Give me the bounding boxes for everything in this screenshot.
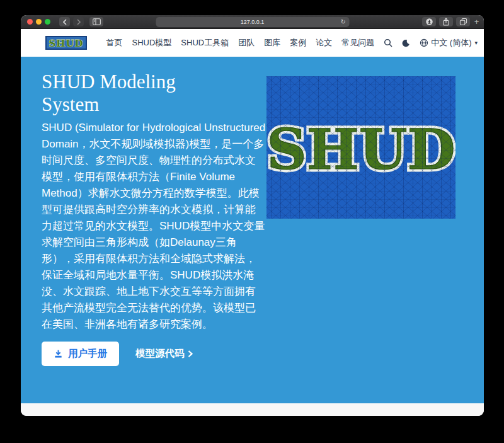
tabs-icon [459, 18, 467, 26]
dark-mode-toggle[interactable] [402, 39, 410, 47]
moon-icon [402, 39, 410, 47]
chevron-right-icon [188, 350, 193, 357]
search-icon [384, 38, 392, 47]
sidebar-icon [93, 18, 101, 25]
new-tab-button[interactable]: + [472, 17, 481, 26]
reload-icon[interactable]: ↻ [341, 17, 346, 27]
share-icon [442, 18, 450, 26]
download-icon [54, 349, 63, 359]
downloads-icon [425, 18, 433, 26]
page-title: SHUD Modeling System [42, 71, 237, 116]
sidebar-toggle-button[interactable] [89, 17, 103, 26]
hero-description: SHUD (Simulator for Hydrological Unstruc… [42, 120, 266, 333]
language-label: 中文 (简体) [431, 37, 471, 49]
source-code-link[interactable]: 模型源代码 [135, 347, 193, 360]
shud-logo[interactable]: SHUD [45, 36, 87, 50]
zoom-window-button[interactable] [45, 19, 50, 25]
forward-button[interactable] [73, 17, 84, 26]
nav-item-home[interactable]: 首页 [106, 37, 123, 49]
address-bar[interactable]: 127.0.0.1 ↻ [156, 17, 349, 27]
traffic-lights [27, 19, 50, 25]
chevron-down-icon: ▾ [474, 40, 478, 46]
shud-mesh-image: SHUD SHUD [266, 76, 455, 219]
language-selector[interactable]: 中文 (简体) ▾ [420, 37, 478, 49]
globe-icon [420, 38, 428, 47]
chevron-left-icon [62, 19, 67, 25]
nav-item-gallery[interactable]: 图库 [264, 37, 280, 49]
nav-item-cases[interactable]: 案例 [290, 37, 306, 49]
nav-item-toolbox[interactable]: SHUD工具箱 [181, 37, 229, 49]
browser-window: 127.0.0.1 ↻ + [21, 15, 484, 416]
nav-item-papers[interactable]: 论文 [316, 37, 332, 49]
nav-item-model[interactable]: SHUD模型 [132, 37, 172, 49]
share-button[interactable] [439, 17, 453, 26]
hero-actions: 用户手册 模型源代码 [42, 342, 266, 366]
minimize-window-button[interactable] [36, 19, 42, 25]
hero-text-column: SHUD Modeling System SHUD (Simulator for… [42, 71, 266, 366]
user-manual-label: 用户手册 [68, 347, 107, 360]
hero-section: SHUD Modeling System SHUD (Simulator for… [21, 57, 484, 403]
titlebar-right-buttons: + [422, 17, 481, 26]
nav-links: 首页 SHUD模型 SHUD工具箱 团队 图库 案例 论文 常见问题 [106, 37, 478, 49]
next-section-strip [21, 403, 484, 416]
nav-item-faq[interactable]: 常见问题 [341, 37, 374, 49]
nav-item-team[interactable]: 团队 [238, 37, 255, 49]
user-manual-button[interactable]: 用户手册 [42, 342, 119, 366]
logo-text: SHUD [49, 38, 83, 49]
tab-overview-button[interactable] [456, 17, 470, 26]
downloads-button[interactable] [422, 17, 436, 26]
source-code-label: 模型源代码 [135, 347, 185, 360]
search-button[interactable] [384, 38, 392, 47]
site-navbar: SHUD 首页 SHUD模型 SHUD工具箱 团队 图库 案例 论文 常见问题 [21, 29, 484, 57]
chevron-right-icon [76, 19, 81, 25]
back-button[interactable] [59, 17, 70, 26]
browser-titlebar: 127.0.0.1 ↻ + [21, 15, 484, 29]
close-window-button[interactable] [27, 19, 33, 25]
url-text: 127.0.0.1 [241, 19, 265, 25]
